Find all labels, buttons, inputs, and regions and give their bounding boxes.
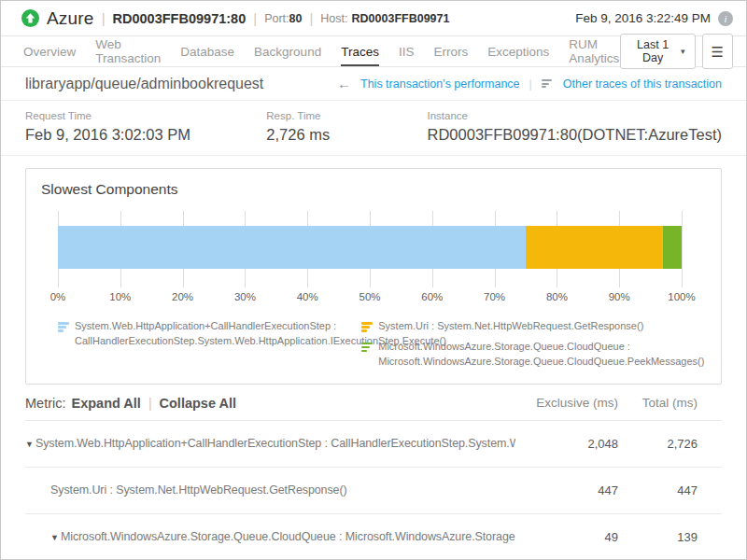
exclusive-ms: 49 (515, 530, 618, 544)
transaction-name: libraryapp/queue/adminbookrequest (25, 76, 263, 92)
collapse-row-icon[interactable]: ▼ (50, 533, 59, 542)
separator: | (102, 10, 106, 26)
request-time-value: Feb 9, 2016 3:02:03 PM (25, 126, 266, 144)
tab-web-transaction[interactable]: Web Transaction (95, 36, 161, 66)
response-time-label: Resp. Time (266, 110, 427, 121)
x-tick: 100% (668, 291, 695, 302)
monitor-name: RD0003FFB09971:80 (113, 11, 247, 26)
tab-iis[interactable]: IIS (399, 36, 415, 66)
port-value: 80 (289, 12, 303, 25)
stacked-bar-chart (58, 211, 682, 287)
gridline (682, 211, 683, 287)
separator: | (253, 10, 257, 26)
expand-all-button[interactable]: Expand All (72, 396, 141, 411)
metric-table: Metric: Expand All | Collapse All Exclus… (1, 385, 746, 560)
exclusive-ms: 2,048 (515, 437, 618, 451)
port-label: Port: (264, 12, 289, 25)
chart-legend: System.Web.HttpApplication+CallHandlerEx… (41, 319, 706, 374)
bar-segment-peekmessages[interactable] (663, 226, 682, 269)
x-tick: 20% (172, 291, 193, 302)
top-header: Azure | RD0003FFB09971:80 | Port: 80 | H… (1, 1, 746, 36)
stacked-bar (58, 226, 682, 269)
separator: | (148, 396, 152, 411)
legend-label: Microsoft.WindowsAzure.Storage.Queue.Clo… (378, 340, 704, 370)
info-icon[interactable]: i (718, 11, 733, 26)
column-header-total: Total (ms) (618, 396, 722, 410)
x-tick: 80% (546, 291, 568, 302)
app-name: Azure (47, 8, 94, 29)
metric-name: System.Uri : System.Net.HttpWebRequest.G… (50, 483, 347, 497)
total-ms: 447 (618, 483, 722, 497)
exclusive-ms: 447 (515, 483, 618, 497)
tab-traces[interactable]: Traces (341, 36, 379, 66)
series-swatch-icon (361, 343, 373, 353)
x-tick: 30% (234, 291, 256, 302)
total-ms: 2,726 (618, 437, 722, 451)
bar-segment-execute[interactable] (58, 226, 526, 269)
legend-item-getresponse: System.Uri : System.Net.HttpWebRequest.G… (361, 319, 704, 334)
instance-label: Instance (428, 110, 722, 121)
x-tick: 60% (421, 291, 443, 302)
legend-item-peekmessages: Microsoft.WindowsAzure.Storage.Queue.Clo… (361, 340, 704, 370)
x-tick: 90% (609, 291, 630, 302)
chevron-down-icon: ▾ (681, 47, 685, 56)
tab-database[interactable]: Database (180, 36, 234, 66)
back-arrow-icon: ← (337, 76, 351, 91)
collapse-all-button[interactable]: Collapse All (160, 396, 236, 411)
bar-segment-getresponse[interactable] (526, 226, 663, 269)
table-row[interactable]: ▼ System.Web.HttpApplication+CallHandler… (25, 420, 722, 467)
time-range-label: Last 1 Day (630, 38, 675, 64)
separator: | (309, 10, 313, 26)
tab-exceptions[interactable]: Exceptions (487, 36, 549, 66)
metric-table-header: Metric: Expand All | Collapse All Exclus… (25, 385, 722, 420)
table-row[interactable]: System.Uri : System.Net.HttpWebRequest.G… (25, 467, 722, 513)
trace-summary: Request Time Feb 9, 2016 3:02:03 PM Resp… (1, 101, 746, 156)
column-header-exclusive: Exclusive (ms) (515, 396, 618, 410)
trace-header: libraryapp/queue/adminbookrequest ← This… (1, 67, 746, 101)
last-polled-timestamp: Feb 9, 2016 3:22:49 PM (575, 11, 711, 25)
separator: | (529, 77, 532, 91)
transaction-performance-link[interactable]: This transaction's performance (360, 77, 520, 91)
x-tick: 70% (484, 291, 505, 302)
series-swatch-icon (58, 322, 69, 332)
chart-title: Slowest Components (41, 181, 706, 198)
series-swatch-icon (361, 322, 373, 332)
host-label: Host: (320, 12, 347, 25)
request-time-label: Request Time (25, 110, 266, 121)
metric-name: Microsoft.WindowsAzure.Storage.Queue.Clo… (61, 530, 515, 543)
x-tick: 0% (50, 291, 66, 302)
metric-label: Metric: (25, 396, 66, 411)
tab-rum-analytics[interactable]: RUM Analytics (569, 36, 620, 66)
response-time-value: 2,726 ms (266, 126, 427, 144)
tab-background[interactable]: Background (254, 36, 321, 66)
hamburger-menu-button[interactable]: ☰ (702, 34, 733, 69)
nav-bar: Overview Web Transaction Database Backgr… (1, 36, 746, 67)
x-tick: 10% (109, 291, 131, 302)
table-row[interactable]: ▼ Microsoft.WindowsAzure.Storage.Queue.C… (25, 513, 722, 560)
slowest-components-panel: Slowest Components 0% 10% 20% 30% 40 (25, 168, 722, 385)
time-range-dropdown[interactable]: Last 1 Day ▾ (620, 34, 695, 69)
instance-value: RD0003FFB09971:80(DOTNET:AzureTest) (428, 126, 722, 144)
legend-item-execute: System.Web.HttpApplication+CallHandlerEx… (58, 319, 348, 349)
host-value: RD0003FFB09971 (352, 12, 450, 25)
metric-name: System.Web.HttpApplication+CallHandlerEx… (35, 437, 515, 450)
x-axis: 0% 10% 20% 30% 40% 50% 60% 70% 80% 90% 1… (58, 291, 682, 308)
tab-errors[interactable]: Errors (433, 36, 468, 66)
other-traces-link[interactable]: Other traces of this transaction (563, 77, 722, 91)
apm-trace-page: Azure | RD0003FFB09971:80 | Port: 80 | H… (0, 0, 747, 560)
x-tick: 40% (297, 291, 318, 302)
x-tick: 50% (359, 291, 380, 302)
brand-logo-icon (21, 9, 39, 27)
tab-list: Overview Web Transaction Database Backgr… (23, 36, 620, 66)
collapse-row-icon[interactable]: ▼ (25, 440, 34, 449)
total-ms: 139 (618, 530, 722, 544)
trace-list-icon (542, 79, 552, 88)
legend-label: System.Uri : System.Net.HttpWebRequest.G… (378, 319, 643, 334)
tab-overview[interactable]: Overview (23, 36, 76, 66)
